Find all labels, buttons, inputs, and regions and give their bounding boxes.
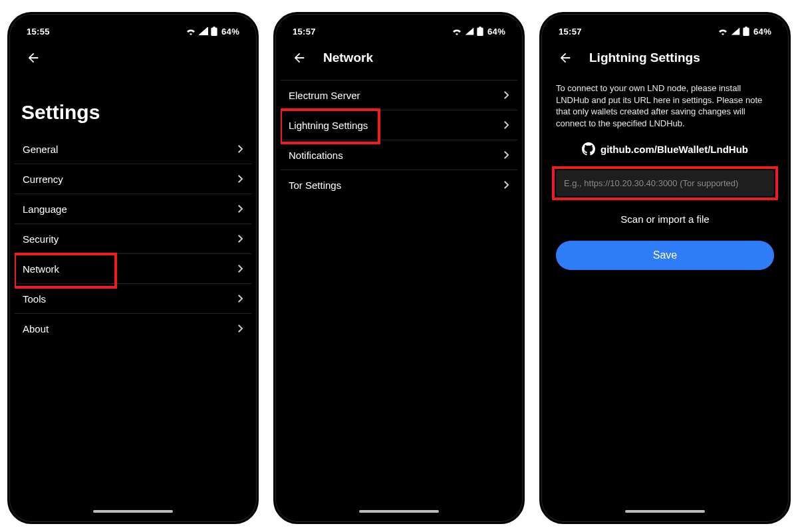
battery-icon [743, 27, 749, 36]
row-label: Network [23, 263, 59, 275]
row-label: About [23, 323, 49, 334]
chevron-right-icon [504, 91, 509, 99]
status-icons: 64% [186, 27, 239, 37]
page-title: Settings [15, 76, 251, 134]
signal-icon [199, 27, 208, 35]
home-indicator[interactable] [625, 510, 705, 513]
row-label: Notifications [289, 150, 343, 161]
status-bar: 15:55 64% [15, 19, 251, 41]
network-item-tor[interactable]: Tor Settings [281, 170, 517, 200]
row-label: Lightning Settings [289, 120, 368, 131]
wifi-icon [718, 27, 728, 35]
row-label: Language [23, 203, 67, 215]
network-item-lightning[interactable]: Lightning Settings [281, 110, 517, 140]
status-bar: 15:57 64% [547, 19, 783, 41]
row-label: Electrum Server [289, 90, 360, 101]
chevron-right-icon [504, 121, 509, 129]
settings-item-about[interactable]: About [15, 314, 251, 343]
settings-item-security[interactable]: Security [15, 224, 251, 254]
home-indicator[interactable] [93, 510, 173, 513]
chevron-right-icon [504, 181, 509, 189]
github-icon [582, 142, 595, 156]
app-bar-title: Lightning Settings [589, 51, 700, 65]
row-label: Tor Settings [289, 180, 341, 191]
battery-icon [477, 27, 483, 36]
phone-settings: 15:55 64% Settings General [7, 12, 259, 524]
settings-item-tools[interactable]: Tools [15, 284, 251, 314]
lightning-description: To connect to your own LND node, please … [547, 81, 783, 138]
chevron-right-icon [238, 235, 243, 243]
row-label: Tools [23, 293, 46, 305]
battery-icon [211, 27, 217, 36]
settings-item-currency[interactable]: Currency [15, 164, 251, 194]
chevron-right-icon [238, 145, 243, 153]
app-bar-title: Network [323, 51, 373, 65]
lndhub-repo-link[interactable]: github.com/BlueWallet/LndHub [547, 138, 783, 170]
chevron-right-icon [504, 151, 509, 159]
status-time: 15:57 [559, 27, 582, 37]
home-indicator[interactable] [359, 510, 439, 513]
battery-percent: 64% [753, 27, 771, 37]
lndhub-url-input[interactable] [556, 170, 774, 196]
back-button[interactable] [289, 47, 310, 68]
app-bar [15, 41, 251, 76]
wifi-icon [452, 27, 462, 35]
status-icons: 64% [452, 27, 505, 37]
row-label: Currency [23, 174, 63, 185]
battery-percent: 64% [487, 27, 505, 37]
app-bar: Network [281, 41, 517, 76]
signal-icon [465, 27, 474, 35]
row-label: Security [23, 233, 59, 245]
settings-item-general[interactable]: General [15, 134, 251, 164]
signal-icon [731, 27, 740, 35]
chevron-right-icon [238, 295, 243, 303]
back-arrow-icon [26, 51, 41, 65]
status-icons: 64% [718, 27, 771, 37]
status-bar: 15:57 64% [281, 19, 517, 41]
status-time: 15:55 [27, 27, 50, 37]
network-item-electrum[interactable]: Electrum Server [281, 80, 517, 110]
chevron-right-icon [238, 325, 243, 332]
back-arrow-icon [558, 51, 573, 65]
chevron-right-icon [238, 175, 243, 183]
row-label: General [23, 144, 58, 155]
phone-lightning: 15:57 64% Lightning Settings To connect … [539, 12, 791, 524]
scan-import-link[interactable]: Scan or import a file [547, 196, 783, 241]
back-arrow-icon [292, 51, 307, 65]
back-button[interactable] [23, 47, 44, 68]
settings-item-language[interactable]: Language [15, 194, 251, 224]
wifi-icon [186, 27, 196, 35]
save-button[interactable]: Save [556, 241, 774, 270]
chevron-right-icon [238, 265, 243, 273]
app-bar: Lightning Settings [547, 41, 783, 76]
phone-network: 15:57 64% Network Electrum Server [273, 12, 525, 524]
chevron-right-icon [238, 205, 243, 213]
battery-percent: 64% [221, 27, 239, 37]
network-item-notifications[interactable]: Notifications [281, 140, 517, 170]
status-time: 15:57 [293, 27, 316, 37]
back-button[interactable] [555, 47, 576, 68]
repo-text: github.com/BlueWallet/LndHub [600, 144, 748, 155]
settings-item-network[interactable]: Network [15, 254, 251, 284]
lndhub-url-field-wrap [556, 170, 774, 196]
